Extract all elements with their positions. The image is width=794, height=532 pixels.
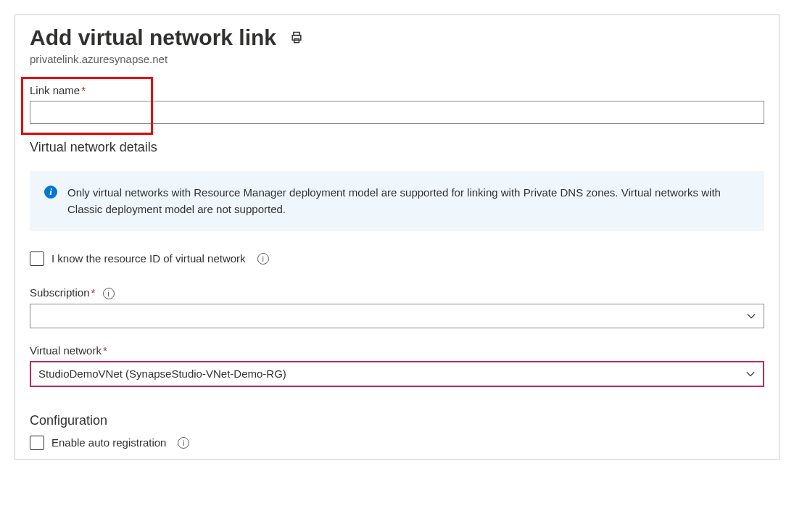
link-name-label: Link name*	[30, 84, 764, 96]
chevron-down-icon	[745, 369, 756, 379]
required-indicator: *	[81, 84, 86, 96]
know-resource-id-label: I know the resource ID of virtual networ…	[51, 252, 246, 265]
required-indicator: *	[103, 344, 107, 357]
configuration-heading: Configuration	[30, 413, 764, 428]
help-icon[interactable]: i	[103, 288, 115, 299]
virtual-network-select[interactable]: StudioDemoVNet (SynapseStudio-VNet-Demo-…	[30, 361, 764, 387]
help-icon[interactable]: i	[257, 253, 269, 265]
virtual-network-label: Virtual network*	[30, 344, 764, 357]
help-icon[interactable]: i	[178, 437, 189, 449]
vnet-details-heading: Virtual network details	[30, 140, 764, 155]
print-icon[interactable]	[289, 30, 304, 45]
link-name-input[interactable]	[30, 101, 764, 124]
page-title: Add virtual network link	[30, 25, 276, 50]
svg-rect-2	[294, 39, 299, 43]
info-banner-text: Only virtual networks with Resource Mana…	[67, 184, 750, 218]
virtual-network-value: StudioDemoVNet (SynapseStudio-VNet-Demo-…	[38, 367, 286, 380]
subscription-select[interactable]	[30, 304, 764, 328]
page-subtitle: privatelink.azuresynapse.net	[15, 53, 779, 84]
info-banner: i Only virtual networks with Resource Ma…	[30, 171, 764, 231]
subscription-label: Subscription* i	[30, 286, 764, 299]
info-icon: i	[44, 186, 57, 199]
know-resource-id-checkbox[interactable]	[30, 252, 44, 266]
chevron-down-icon	[746, 311, 756, 321]
enable-auto-reg-checkbox[interactable]	[30, 436, 44, 450]
enable-auto-reg-label: Enable auto registration	[51, 436, 166, 449]
required-indicator: *	[91, 286, 96, 299]
